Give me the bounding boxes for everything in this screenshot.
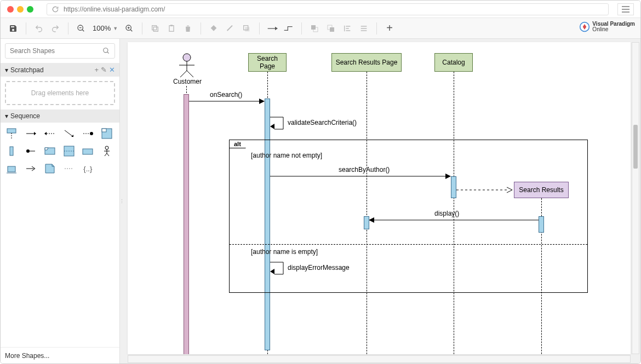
shadow-button[interactable] <box>239 21 254 36</box>
shape-found[interactable] <box>62 127 76 140</box>
svg-rect-5 <box>170 25 173 26</box>
message-display-error[interactable] <box>270 261 287 278</box>
more-shapes-link[interactable]: More Shapes... <box>1 347 119 364</box>
search-shapes[interactable] <box>5 43 115 59</box>
label-validate: validateSearchCriteria() <box>288 119 357 126</box>
svg-rect-3 <box>152 25 157 30</box>
shape-self[interactable] <box>24 145 37 158</box>
separator <box>201 22 201 34</box>
svg-point-24 <box>26 149 30 153</box>
delete-button[interactable] <box>181 21 195 36</box>
shape-return[interactable] <box>43 127 56 140</box>
shape-lost[interactable] <box>81 127 94 140</box>
url-bar[interactable]: https://online.visual-paradigm.com/ <box>47 3 609 15</box>
drag-zone[interactable]: Drag elements here <box>5 81 115 105</box>
label-display: display() <box>434 210 459 217</box>
sequence-header[interactable]: ▾ Sequence <box>1 109 119 123</box>
shape-continuation[interactable] <box>62 162 76 175</box>
fill-button[interactable] <box>207 21 221 36</box>
waypoint-button[interactable] <box>282 21 296 36</box>
vertical-scrollbar[interactable] <box>632 42 639 354</box>
svg-rect-29 <box>83 149 93 154</box>
shape-entity[interactable] <box>5 162 18 175</box>
window-min-dot[interactable] <box>17 6 24 13</box>
shape-alt[interactable] <box>62 145 76 158</box>
brand-logo: Visual ParadigmOnline <box>579 21 635 32</box>
svg-line-43 <box>187 71 193 77</box>
lifeline-head-catalog[interactable]: Catalog <box>434 53 473 72</box>
separator <box>68 22 68 34</box>
svg-rect-4 <box>169 25 174 31</box>
label-search-by-author: searchByAuthor() <box>339 166 390 174</box>
copy-button[interactable] <box>148 21 162 36</box>
search-icon <box>102 47 110 55</box>
shape-message[interactable] <box>24 127 37 140</box>
shape-actor[interactable] <box>100 145 113 158</box>
paste-button[interactable] <box>164 21 179 36</box>
window-max-dot[interactable] <box>27 6 33 13</box>
shape-note[interactable] <box>43 162 56 175</box>
activation-results-page[interactable] <box>364 216 369 229</box>
edit-scratch-icon[interactable]: ✎ <box>101 66 107 74</box>
svg-point-39 <box>183 54 191 61</box>
message-validate[interactable] <box>270 116 287 132</box>
message-onsearch[interactable] <box>189 99 266 104</box>
lifeline-head-search-page[interactable]: Search Page <box>248 53 287 72</box>
window-close-dot[interactable] <box>7 6 14 13</box>
shape-constraint[interactable]: {..} <box>81 162 94 175</box>
stroke-button[interactable] <box>223 21 237 36</box>
align-button[interactable] <box>340 21 354 36</box>
close-scratch-icon[interactable]: ✕ <box>109 66 115 74</box>
actor-label: Customer <box>173 78 202 85</box>
shape-palette: {..} <box>1 123 119 180</box>
add-button[interactable]: + <box>382 21 397 36</box>
side-panel: ▾ Scratchpad + ✎ ✕ Drag elements here ▾ … <box>1 39 120 364</box>
activation-customer[interactable] <box>184 94 189 354</box>
scratchpad-header[interactable]: ▾ Scratchpad + ✎ ✕ <box>1 63 119 77</box>
shape-activation[interactable] <box>5 145 18 158</box>
activation-catalog[interactable] <box>451 176 456 198</box>
scroll-thumb[interactable] <box>633 125 638 169</box>
shape-object[interactable] <box>81 145 94 158</box>
search-shapes-input[interactable] <box>10 47 102 55</box>
save-button[interactable] <box>6 21 20 36</box>
horizontal-scrollbar[interactable] <box>128 355 631 363</box>
zoom-in-button[interactable] <box>122 21 136 36</box>
label-display-error: displayErrorMessage <box>288 264 350 271</box>
shape-frame[interactable] <box>100 127 113 140</box>
zoom-out-button[interactable] <box>74 21 88 36</box>
lifeline-head-results-page[interactable]: Search Results Page <box>331 53 402 72</box>
svg-line-33 <box>105 153 107 156</box>
separator <box>259 22 260 34</box>
svg-point-30 <box>105 146 108 149</box>
chevron-down-icon: ▾ <box>5 66 8 74</box>
svg-rect-35 <box>8 166 15 172</box>
refresh-icon <box>51 5 59 13</box>
message-search-by-author[interactable] <box>270 174 452 179</box>
menu-button[interactable] <box>617 3 634 15</box>
svg-rect-22 <box>102 129 106 132</box>
shape-async[interactable] <box>24 162 37 175</box>
actor-icon[interactable] <box>176 53 198 77</box>
undo-button[interactable] <box>32 21 46 36</box>
svg-line-18 <box>65 130 73 137</box>
message-create-results[interactable] <box>456 187 514 193</box>
separator <box>26 22 26 34</box>
svg-rect-23 <box>10 147 13 155</box>
svg-rect-7 <box>245 27 250 31</box>
zoom-level[interactable]: 100% ▼ <box>90 24 120 32</box>
to-back-button[interactable] <box>324 21 338 36</box>
connector-button[interactable] <box>265 21 279 36</box>
distribute-button[interactable] <box>357 21 371 36</box>
shape-lifeline[interactable] <box>5 127 18 140</box>
shape-ref[interactable] <box>43 145 56 158</box>
to-front-button[interactable] <box>307 21 322 36</box>
svg-rect-14 <box>7 129 16 133</box>
message-display[interactable] <box>369 217 540 223</box>
diagram-canvas[interactable]: Customer Search Page Search Results Page… <box>128 42 631 354</box>
label-onsearch: onSearch() <box>210 91 242 99</box>
redo-button[interactable] <box>48 21 62 36</box>
alt-separator <box>230 244 587 245</box>
add-scratch-icon[interactable]: + <box>94 66 99 74</box>
search-results-object[interactable]: Search Results <box>514 182 569 198</box>
